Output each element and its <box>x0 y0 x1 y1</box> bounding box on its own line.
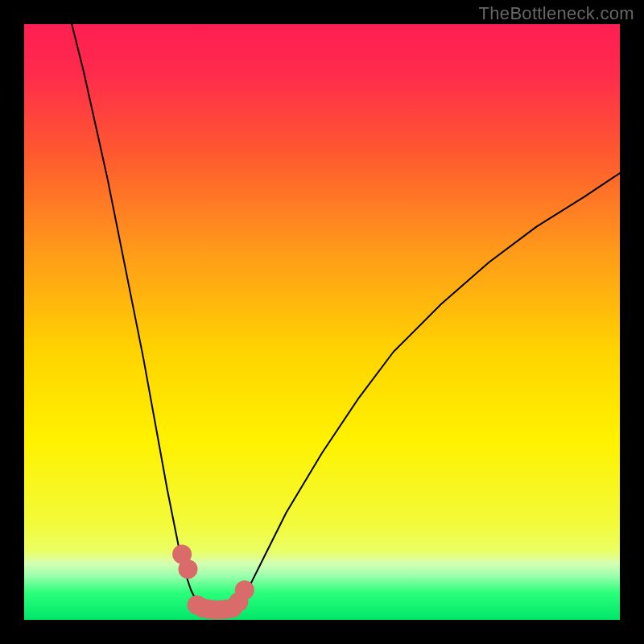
data-marker <box>179 559 198 579</box>
bottleneck-right-curve <box>227 173 620 611</box>
watermark-text: TheBottleneck.com <box>479 3 634 24</box>
bottleneck-left-curve <box>72 24 208 611</box>
plot-area <box>24 24 620 620</box>
data-marker <box>235 580 254 600</box>
chart-frame: TheBottleneck.com <box>0 0 644 644</box>
curves-layer <box>24 24 620 620</box>
